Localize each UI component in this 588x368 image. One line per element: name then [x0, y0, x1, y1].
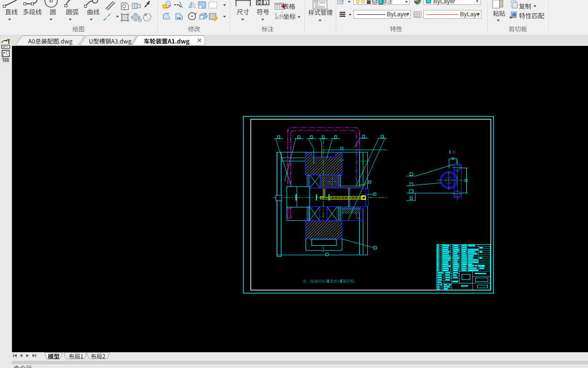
svg-text:.1: .1 — [264, 0, 267, 5]
svg-text::Y: :Y — [274, 12, 277, 15]
svg-text:A: A — [144, 12, 147, 17]
svg-text::X: :X — [280, 11, 283, 14]
